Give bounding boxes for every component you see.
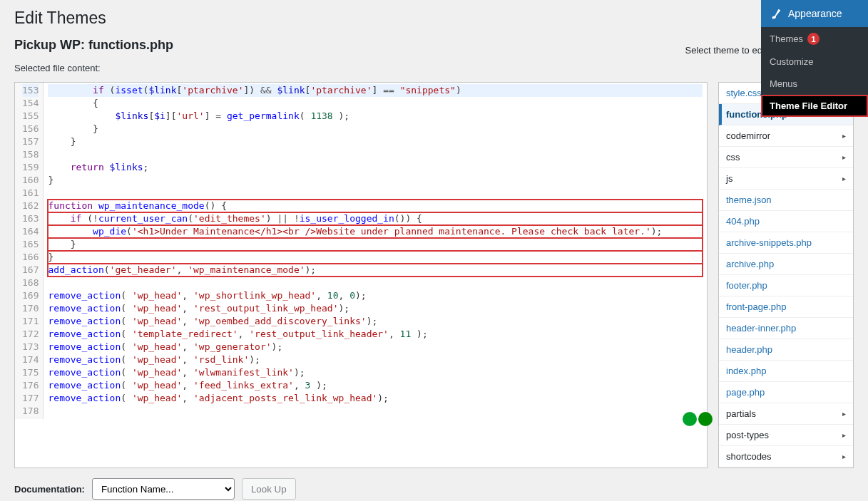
code-line[interactable] [48, 405, 703, 418]
line-number: 174 [22, 353, 39, 366]
chevron-right-icon: ▸ [842, 132, 846, 140]
folder-item[interactable]: codemirror▸ [719, 125, 853, 147]
code-line[interactable] [48, 148, 703, 161]
line-number: 167 [22, 264, 39, 277]
code-line[interactable]: return $links; [48, 161, 703, 174]
line-number: 155 [22, 110, 39, 123]
code-line[interactable]: if (!current_user_can('edit_themes') || … [48, 212, 703, 225]
line-number: 153 [22, 84, 39, 97]
folder-item[interactable]: js▸ [719, 168, 853, 190]
brush-icon [770, 7, 782, 20]
admin-sidebar-appearance: Appearance Themes1CustomizeMenusTheme Fi… [761, 0, 868, 117]
line-number: 157 [22, 135, 39, 148]
line-number: 173 [22, 341, 39, 353]
code-line[interactable]: remove_action( 'wp_head', 'wp_oembed_add… [48, 315, 703, 328]
submenu-item[interactable]: Customize [761, 51, 868, 73]
line-number: 178 [22, 405, 39, 418]
line-number: 171 [22, 315, 39, 328]
line-number: 166 [22, 251, 39, 264]
file-item[interactable]: page.php [719, 382, 853, 403]
file-item[interactable]: archive.php [719, 254, 853, 275]
code-line[interactable]: } [48, 123, 703, 135]
code-line[interactable]: remove_action( 'wp_head', 'feed_links_ex… [48, 379, 703, 392]
file-item[interactable]: header-inner.php [719, 318, 853, 339]
line-number: 158 [22, 148, 39, 161]
line-number: 163 [22, 212, 39, 225]
code-line[interactable]: function wp_maintenance_mode() { [48, 200, 703, 212]
code-line[interactable]: } [48, 174, 703, 187]
code-line[interactable]: } [48, 238, 703, 251]
file-item[interactable]: archive-snippets.php [719, 232, 853, 254]
folder-item[interactable]: css▸ [719, 147, 853, 168]
chevron-right-icon: ▸ [842, 153, 846, 161]
line-number: 176 [22, 379, 39, 392]
function-name-select[interactable]: Function Name... [92, 478, 235, 500]
code-line[interactable]: remove_action( 'template_redirect', 'res… [48, 328, 703, 341]
submenu-item[interactable]: Theme File Editor [761, 95, 868, 117]
chevron-right-icon: ▸ [842, 453, 846, 460]
code-line[interactable]: remove_action( 'wp_head', 'wp_shortlink_… [48, 289, 703, 302]
code-line[interactable]: } [48, 135, 703, 148]
appearance-menu-header[interactable]: Appearance [761, 0, 868, 27]
folder-item[interactable]: partials▸ [719, 403, 853, 425]
line-number: 165 [22, 238, 39, 251]
file-item[interactable]: front-page.php [719, 296, 853, 318]
code-line[interactable]: remove_action( 'wp_head', 'adjacent_post… [48, 392, 703, 405]
code-line[interactable]: } [48, 251, 703, 264]
line-number: 164 [22, 225, 39, 238]
line-number: 161 [22, 187, 39, 200]
file-item[interactable]: 404.php [719, 211, 853, 232]
folder-item[interactable]: shortcodes▸ [719, 446, 853, 468]
code-line[interactable]: remove_action( 'wp_head', 'rest_output_l… [48, 302, 703, 315]
code-line[interactable]: wp_die('<h1>Under Maintenance</h1><br />… [48, 225, 703, 238]
code-editor[interactable]: 1531541551561571581591601611621631641651… [14, 82, 708, 468]
file-item[interactable]: index.php [719, 361, 853, 382]
file-item[interactable]: theme.json [719, 190, 853, 211]
line-number: 170 [22, 302, 39, 315]
line-number: 175 [22, 366, 39, 379]
code-line[interactable]: remove_action( 'wp_head', 'wlwmanifest_l… [48, 366, 703, 379]
submenu-item[interactable]: Menus [761, 73, 868, 95]
code-line[interactable] [48, 277, 703, 289]
line-number: 169 [22, 289, 39, 302]
line-number: 159 [22, 161, 39, 174]
theme-file-tree: style.cssfunctions.phpcodemirror▸css▸js▸… [718, 82, 854, 468]
line-number: 160 [22, 174, 39, 187]
documentation-label: Documentation: [14, 484, 85, 495]
code-line[interactable]: add_action('get_header', 'wp_maintenance… [48, 264, 703, 277]
line-number: 172 [22, 328, 39, 341]
code-line[interactable]: remove_action( 'wp_head', 'rsd_link'); [48, 353, 703, 366]
update-badge: 1 [807, 33, 820, 45]
hint-bubbles [683, 412, 713, 426]
code-line[interactable]: remove_action( 'wp_head', 'wp_generator'… [48, 341, 703, 353]
code-line[interactable]: $links[$i]['url'] = get_permalink( 1138 … [48, 110, 703, 123]
file-item[interactable]: header.php [719, 339, 853, 361]
theme-select-label: Select theme to edit: [685, 45, 770, 56]
folder-item[interactable]: post-types▸ [719, 425, 853, 446]
page-title: Edit Themes [14, 0, 854, 31]
lookup-button[interactable]: Look Up [242, 478, 296, 500]
chevron-right-icon: ▸ [842, 175, 846, 182]
line-number: 154 [22, 97, 39, 110]
chevron-right-icon: ▸ [842, 431, 846, 439]
file-item[interactable]: footer.php [719, 275, 853, 296]
code-line[interactable]: if (isset($link['ptarchive']) && $link['… [48, 84, 703, 97]
line-number: 168 [22, 277, 39, 289]
line-number: 162 [22, 200, 39, 212]
submenu-item[interactable]: Themes1 [761, 27, 868, 51]
code-line[interactable] [48, 187, 703, 200]
code-line[interactable]: { [48, 97, 703, 110]
selected-file-label: Selected file content: [14, 58, 854, 79]
line-number: 156 [22, 123, 39, 135]
line-number: 177 [22, 392, 39, 405]
chevron-right-icon: ▸ [842, 410, 846, 418]
